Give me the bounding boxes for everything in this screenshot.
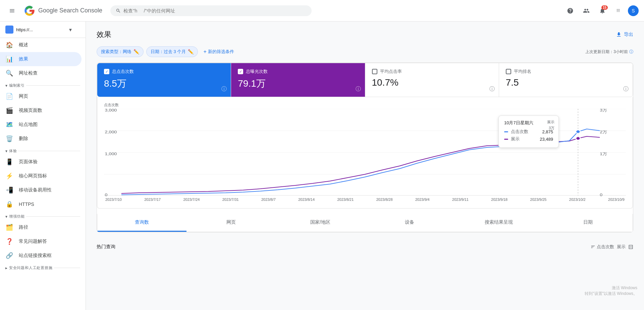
bottom-section: 热门查询 点击次数 展示 ⊟ [97,238,633,253]
filters-bar: 搜索类型：网络 ✏️ 日期：过去 3 个月 ✏️ + 新的筛选条件 上次更新日期… [97,46,633,57]
sidebar-item-url-inspection[interactable]: 🔍 网址检查 [0,66,82,80]
tooltip-clicks-dot [504,131,508,132]
sidebar-item-faq[interactable]: ❓ 常见问题解答 [0,234,82,249]
sidebar-item-video-pages[interactable]: 🎬 视频页面数 [0,103,82,118]
bottom-actions: 点击次数 展示 ⊟ [591,243,633,251]
svg-text:2万: 2万 [600,130,607,134]
filter-icon-bottom[interactable]: ⊟ [628,243,633,251]
svg-text:2,000: 2,000 [105,130,117,134]
tab-date[interactable]: 日期 [543,214,633,232]
export-icon [616,32,622,38]
sort-down-icon [591,245,595,249]
tooltip-right-label: 展示 3万 [547,119,554,131]
metric-total-impressions[interactable]: 总曝光次数 79.1万 ⓘ [231,63,365,97]
sidebar-item-core-web-vitals[interactable]: ⚡ 核心网页指标 [0,169,82,183]
add-filter-button[interactable]: + 新的筛选条件 [201,47,236,57]
chart-area: 点击次数 3,000 2,000 1,000 0 3万 2万 [97,97,633,209]
dropdown-icon: ▾ [69,27,72,33]
delete-icon: 🗑️ [5,135,13,142]
notification-badge: 15 [601,5,608,10]
sidebar-item-breadcrumbs[interactable]: 🗂️ 路径 [0,220,82,234]
svg-text:1万: 1万 [600,152,607,156]
site-favicon [5,26,13,34]
export-button[interactable]: 导出 [616,32,633,38]
sidebar-item-overview[interactable]: 🏠 概述 [0,38,82,52]
metrics-chart-container: 总点击次数 8.5万 ⓘ 总曝光次数 79.1万 ⓘ 平均点击率 [97,62,633,232]
sidebar-item-sitemap[interactable]: 🗺️ 站点地图 [0,118,82,132]
chart-wrap: 3,000 2,000 1,000 0 3万 2万 1万 0 [104,109,626,196]
info-icon: ⓘ [629,49,633,55]
search-icon [116,8,121,13]
menu-icon[interactable] [5,4,19,17]
search-type-filter[interactable]: 搜索类型：网络 ✏️ [97,46,144,57]
svg-text:3,000: 3,000 [105,109,117,113]
sidebar-item-pages[interactable]: 📄 网页 [0,89,82,103]
metric-clicks-value: 8.5万 [104,77,224,90]
metric-position-checkbox[interactable] [506,69,511,74]
notifications-button[interactable]: 15 [596,4,609,17]
chart-x-labels: 2023/7/10 2023/7/17 2023/7/24 2023/7/31 … [104,197,626,202]
search-input[interactable] [123,8,306,13]
metric-position-header: 平均排名 [506,69,626,75]
metric-avg-ctr[interactable]: 平均点击率 10.7% ⓘ [365,63,499,97]
date-range-filter[interactable]: 日期：过去 3 个月 ✏️ [146,46,198,57]
metric-clicks-checkbox[interactable] [104,69,109,74]
tab-pages[interactable]: 网页 [186,214,276,232]
tooltip-clicks-label: 点击次数 [511,129,539,135]
lock-icon: 🔒 [5,201,13,208]
display-sort-button[interactable]: 展示 [617,243,626,251]
chart-tooltip: 10月7日星期六 点击次数 2,875 展示 23,489 展示 3万 [498,116,559,148]
sidebar-item-performance[interactable]: 📊 效果 [0,52,82,66]
sidebar-item-mobile-usability[interactable]: 📲 移动设备易用性 [0,183,82,197]
position-help-icon[interactable]: ⓘ [623,86,629,93]
accounts-button[interactable] [580,4,593,17]
apps-button[interactable] [612,4,625,17]
impressions-help-icon[interactable]: ⓘ [356,86,361,93]
metric-position-value: 7.5 [506,77,626,88]
clicks-help-icon[interactable]: ⓘ [221,86,227,93]
metric-total-clicks[interactable]: 总点击次数 8.5万 ⓘ [97,63,231,97]
sidebar-item-removals[interactable]: 🗑️ 删除 [0,132,82,146]
svg-point-15 [576,137,580,140]
lightning-icon: ⚡ [5,172,13,180]
site-selector[interactable]: https://... ▾ [0,21,86,38]
hot-queries-title: 热门查询 [97,244,115,250]
sidebar-label-overview: 概述 [19,42,28,48]
metric-impressions-header: 总曝光次数 [238,69,358,75]
metric-avg-position[interactable]: 平均排名 7.5 ⓘ [499,63,633,97]
search-bar[interactable] [110,5,312,16]
svg-text:0: 0 [105,193,108,196]
svg-text:0: 0 [600,193,602,196]
sidebar-item-sitelinks[interactable]: 🔗 站点链接搜索框 [0,249,82,263]
edit-icon: ✏️ [188,49,194,54]
svg-text:1,000: 1,000 [105,152,117,156]
app-title: Google Search Console [38,7,102,14]
site-name: https://... [16,27,66,32]
page-header: 效果 导出 [97,30,633,40]
nav-section-enhancements: ▾ 增强功能 [0,211,86,220]
ctr-help-icon[interactable]: ⓘ [489,86,495,93]
sidebar-label-performance: 效果 [19,56,28,62]
sidebar-item-page-experience[interactable]: 📱 页面体验 [0,155,82,169]
tab-countries[interactable]: 国家/地区 [276,214,365,232]
page-icon: 📄 [5,93,13,100]
tooltip-date: 10月7日星期六 [504,120,553,126]
tab-search-appearance[interactable]: 搜索结果呈现 [454,214,543,232]
help-button[interactable] [564,4,577,17]
metric-impressions-value: 79.1万 [238,77,358,90]
faq-icon: ❓ [5,238,13,245]
metric-ctr-checkbox[interactable] [372,69,377,74]
metric-clicks-header: 总点击次数 [104,69,224,75]
edit-icon: ✏️ [133,49,139,54]
clicks-sort-button[interactable]: 点击次数 [591,243,614,251]
last-updated: 上次更新日期：3小时前 ⓘ [585,49,633,55]
tab-devices[interactable]: 设备 [365,214,454,232]
sidebar-item-https[interactable]: 🔒 HTTPS [0,197,82,211]
sidebar: https://... ▾ 🏠 概述 📊 效果 🔍 网址检查 ▾ 编制索引 📄 … [0,21,86,310]
metric-impressions-checkbox[interactable] [238,69,243,74]
avatar[interactable]: S [628,5,639,16]
topbar: Google Search Console 15 S [0,0,644,21]
sitemap-icon: 🗺️ [5,121,13,128]
tab-queries[interactable]: 查询数 [97,214,186,232]
tooltip-clicks-row: 点击次数 2,875 [504,129,553,135]
